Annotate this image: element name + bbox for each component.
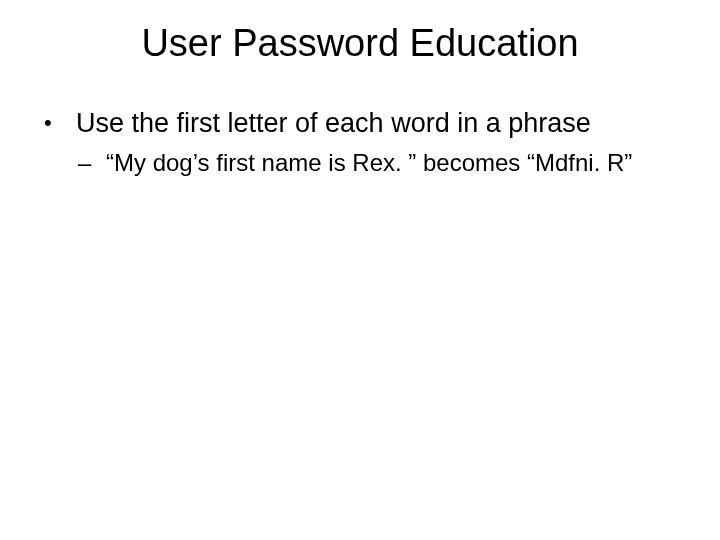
slide-content: • Use the first letter of each word in a… xyxy=(0,107,720,178)
sub-bullet-item: – “My dog’s first name is Rex. ” becomes… xyxy=(40,147,680,178)
bullet-item: • Use the first letter of each word in a… xyxy=(40,107,680,141)
bullet-text: Use the first letter of each word in a p… xyxy=(76,107,591,141)
bullet-marker-icon: • xyxy=(40,107,76,139)
slide-title: User Password Education xyxy=(0,22,720,65)
slide: User Password Education • Use the first … xyxy=(0,0,720,540)
sub-bullet-text: “My dog’s first name is Rex. ” becomes “… xyxy=(106,147,632,178)
dash-marker-icon: – xyxy=(76,147,106,178)
